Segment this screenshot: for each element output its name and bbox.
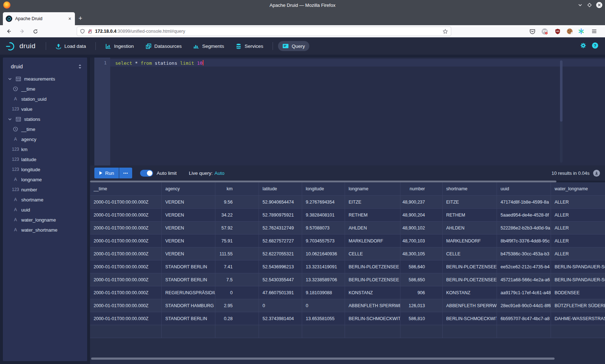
sidebar-table-stations[interactable]: stations [3,114,87,124]
nav-services[interactable]: Services [231,41,268,51]
sidebar-column-station_uuid[interactable]: Astation_uuid [3,94,87,104]
table-cell[interactable]: 28ec91e8-90c0-44d1-8f6 [497,299,551,312]
table-cell[interactable]: BERLIN-PLOETZENSEE U [443,273,497,286]
table-cell[interactable]: 45721a68-566c-4e2a-a6 [497,273,551,286]
table-cell[interactable]: 522286e2-b2b3-4d0d-9a [497,222,551,235]
column-header-shortname[interactable]: shortname [443,182,497,196]
table-cell[interactable]: 47174d8f-1b8e-4599-8a [497,196,551,209]
table-cell[interactable]: 2000-01-01T00:00:00.000Z [90,312,162,325]
table-cell[interactable]: ALLER [551,196,605,209]
table-cell[interactable]: 52.9040654474 [259,196,302,209]
chevron-down-icon[interactable] [8,77,13,81]
table-cell[interactable]: 52.7890975921 [259,209,302,222]
table-cell[interactable]: BERLIN-SPANDAUER-SCHIFFAHRTSKANAL [551,273,605,286]
sidebar-column-__time[interactable]: __time [3,124,87,134]
table-cell[interactable]: RETHEM [345,209,400,222]
table-cell[interactable]: VERDEN [162,209,215,222]
nav-segments[interactable]: Segments [189,41,228,51]
column-header-longname[interactable]: longname [345,182,400,196]
table-cell[interactable]: 13.3238589706 [302,273,345,286]
table-cell[interactable]: RETHEM [443,209,497,222]
table-cell[interactable]: MARKLENDORF [443,235,497,247]
table-cell[interactable]: EITZE [443,196,497,209]
sidebar-column-value[interactable]: 123value [3,104,87,114]
table-cell[interactable]: 7.41 [215,260,259,273]
table-cell[interactable]: 2000-01-01T00:00:00.000Z [90,209,162,222]
table-cell[interactable]: 47.6607501391 [259,286,302,299]
sidebar-column-number[interactable]: 123number [3,185,87,195]
tab-close-icon[interactable]: × [68,16,72,22]
table-cell[interactable]: 9.56 [215,196,259,209]
table-cell[interactable]: 906 [400,286,443,299]
table-cell[interactable]: BÜTZFLETHER SÜDERELBE [551,299,605,312]
close-icon[interactable] [595,1,603,9]
table-cell[interactable]: DAHME-WASSERSTRASSE [551,312,605,325]
table-cell[interactable]: ABBENFLETH SPERRWERK [443,299,497,312]
table-cell[interactable]: 8b4f9f7c-3376-4dd8-95c [497,235,551,247]
sidebar-column-agency[interactable]: Aagency [3,134,87,144]
table-cell[interactable]: 13.3231419091 [302,260,345,273]
sidebar-table-measurements[interactable]: measurements [3,74,87,84]
table-cell[interactable]: REGIERUNGSPRÄSIDIUM [162,286,215,299]
nav-datasources[interactable]: Datasources [141,41,186,51]
new-tab-button[interactable]: + [79,15,82,22]
table-cell[interactable]: 111.55 [215,247,259,260]
table-cell[interactable]: 586,640 [400,260,443,273]
asterisk-extension-icon[interactable] [578,28,585,35]
table-cell[interactable]: 9.7034557573 [302,235,345,247]
sidebar-column-water_shortname[interactable]: Awater_shortname [3,225,87,235]
table-cell[interactable]: STANDORT BERLIN [162,273,215,286]
table-cell[interactable]: CELLE [443,247,497,260]
menu-hamburger-icon[interactable] [591,28,598,35]
table-cell[interactable]: 13.653581055 [302,312,345,325]
table-cell[interactable]: 2000-01-01T00:00:00.000Z [90,222,162,235]
table-cell[interactable]: BERLIN-PLOETZENSEE U [345,273,400,286]
maximize-icon[interactable] [586,1,593,9]
browser-tab[interactable]: Apache Druid × [3,12,75,25]
column-header-number[interactable]: number [400,182,443,196]
table-cell[interactable]: BERLIN-SCHMOECKWITZ [443,312,497,325]
table-cell[interactable]: aa9179c1-17ef-4c61-a48 [497,286,551,299]
results-horizontal-scrollbar-bottom[interactable] [91,358,555,360]
table-cell[interactable]: 10.0621640936 [302,247,345,260]
table-cell[interactable]: BODENSEE [551,286,605,299]
table-cell[interactable]: 75.91 [215,235,259,247]
table-cell[interactable]: 9.181039088 [302,286,345,299]
forward-icon[interactable] [18,27,27,36]
table-cell[interactable]: KONSTANZ [345,286,400,299]
table-cell[interactable]: ABBENFLETH SPERRWERK [345,299,400,312]
table-cell[interactable]: EITZE [345,196,400,209]
table-cell[interactable]: 52.3743981404 [259,312,302,325]
table-cell[interactable]: KONSTANZ [443,286,497,299]
column-header-uuid[interactable]: uuid [497,182,551,196]
nav-query[interactable]: Query [278,41,309,51]
table-cell[interactable]: 52.5430355447 [259,273,302,286]
table-cell[interactable]: b475386c-30cc-453a-b3 [497,247,551,260]
table-cell[interactable]: 9.2767694354 [302,196,345,209]
chevron-down-icon[interactable] [8,117,13,121]
table-cell[interactable]: BERLIN-SCHMOECKWITZ [345,312,400,325]
sidebar-column-uuid[interactable]: Auuid [3,205,87,215]
table-cell[interactable]: CELLE [345,247,400,260]
table-cell[interactable]: 2.95 [215,299,259,312]
table-cell[interactable]: 9.57088073 [302,222,345,235]
table-cell[interactable]: ee52ce62-212c-4735-b4 [497,260,551,273]
run-button[interactable]: Run [94,168,119,178]
table-cell[interactable]: AHLDEN [345,222,400,235]
minimize-icon[interactable] [576,1,584,9]
table-cell[interactable]: 52.6827572727 [259,235,302,247]
table-cell[interactable]: ALLER [551,222,605,235]
column-header-km[interactable]: km [215,182,259,196]
table-cell[interactable]: STANDORT BERLIN [162,312,215,325]
sidebar-column-longitude[interactable]: 123longitude [3,164,87,174]
table-cell[interactable]: 2000-01-01T00:00:00.000Z [90,260,162,273]
url-bar[interactable]: 172.18.0.4:30899/unified-console.html#qu… [77,27,451,36]
table-cell[interactable]: 5aaed954-de4e-4528-8f [497,209,551,222]
table-cell[interactable]: BERLIN-PLOETZENSEE C [345,260,400,273]
table-cell[interactable]: 48,700,103 [400,235,443,247]
sidebar-column-km[interactable]: 123km [3,144,87,154]
sidebar-column-latitude[interactable]: 123latitude [3,154,87,164]
live-query-value[interactable]: Auto [215,170,225,176]
editor-vertical-scrollbar[interactable] [560,60,563,163]
run-more-button[interactable]: ••• [119,168,132,178]
